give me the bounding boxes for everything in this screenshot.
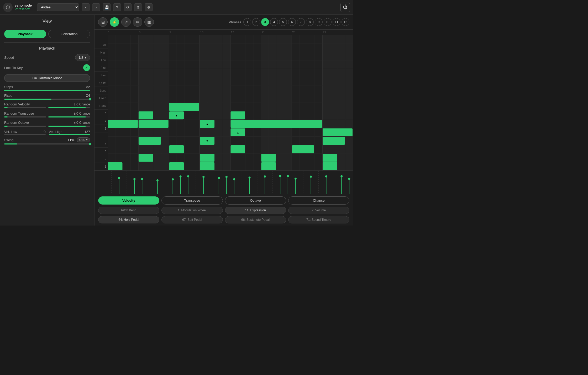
help-button[interactable]: ? (113, 3, 121, 11)
vel-low-value: 0 (38, 130, 46, 134)
rand-oct-label: Random Octave (4, 121, 73, 125)
phrase-btn-3[interactable]: 3 (261, 18, 269, 26)
sidebar-title: View (4, 19, 90, 24)
phrase-btn-8[interactable]: 8 (306, 18, 314, 26)
rand-oct-amount-slider[interactable] (4, 126, 46, 127)
row-label-6: 6 (94, 125, 108, 132)
velocity-bars-area[interactable] (94, 170, 353, 194)
fixed-thumb (89, 98, 91, 100)
row-label-4: 4 (94, 140, 108, 148)
phrase-btn-10[interactable]: 10 (324, 18, 332, 26)
phrase-btn-7[interactable]: 7 (297, 18, 305, 26)
lock-to-key-checkbox[interactable]: ✓ (83, 64, 90, 71)
tool-pen-button[interactable]: ✏ (133, 17, 142, 27)
next-preset-button[interactable]: › (92, 3, 100, 11)
rand-oct-chance-slider[interactable] (48, 126, 90, 127)
speed-label: Speed (4, 56, 73, 60)
tool-curve-button[interactable]: ↗ (121, 17, 131, 27)
rand-trans-group: Random Transpose ± 0 Chance (4, 111, 90, 117)
bottom-tab-transpose[interactable]: Transpose (161, 196, 223, 205)
preset-select[interactable]: Aydee (37, 3, 79, 11)
bottom-tab2-volume[interactable]: 7: Volume (288, 207, 349, 214)
speed-dropdown[interactable]: 1/8 ▾ (75, 54, 90, 61)
refresh-button[interactable]: ↺ (124, 3, 132, 11)
bottom-tab-velocity[interactable]: Velocity (98, 196, 159, 205)
rand-vel-amount-slider[interactable] (4, 107, 46, 108)
fixed-label: Fixed (4, 94, 82, 98)
bottom-tab2-timbre[interactable]: 71: Sound Timbre (288, 216, 349, 223)
key-select-button[interactable]: C# Harmonic Minor (4, 74, 90, 82)
vel-low-group: Vel. Low 0 (4, 130, 46, 135)
rand-trans-chance-label: Chance (79, 112, 90, 115)
tool-grid-button[interactable]: ⊞ (98, 17, 108, 27)
header: ⬡ venomode Phrasebox Aydee ‹ › 💾 ? ↺ ⬆ ⚙… (0, 0, 353, 15)
rand-vel-chance-slider[interactable] (48, 107, 90, 108)
swing-label: Swing (4, 138, 67, 142)
velocity-canvas[interactable] (94, 171, 353, 194)
bottom-tab2-softpedal[interactable]: 67: Soft Pedal (161, 216, 223, 223)
tool-lightning-button[interactable]: ⚡ (110, 17, 119, 27)
rand-trans-header: Random Transpose ± 0 Chance (4, 111, 90, 115)
row-label-8: 8 (94, 110, 108, 117)
phrase-btn-12[interactable]: 12 (342, 18, 349, 26)
prev-preset-button[interactable]: ‹ (82, 3, 90, 11)
rand-vel-pm: ± 6 (74, 103, 78, 106)
save-button[interactable]: 💾 (103, 3, 111, 11)
upload-button[interactable]: ⬆ (134, 3, 142, 11)
phrase-btn-9[interactable]: 9 (315, 18, 323, 26)
phrase-btn-5[interactable]: 5 (279, 18, 287, 26)
app-name: Phrasebox (15, 7, 32, 11)
grid-canvas-area[interactable] (108, 30, 353, 170)
fixed-fill (4, 99, 51, 100)
swing-fill (4, 143, 17, 144)
vel-high-header: Vel. High 127 (49, 130, 90, 134)
row-label-loud: Loud (94, 87, 108, 94)
rand-oct-header: Random Octave ± 0 Chance (4, 121, 90, 125)
row-label-7: 7 (94, 117, 108, 125)
vel-group: Vel. Low 0 Vel. High 127 (4, 130, 90, 135)
swing-speed-dropdown[interactable]: 1/16 ▾ (77, 137, 90, 142)
tool-piano-button[interactable]: ▦ (144, 17, 154, 27)
swing-header: Swing 11% 1/16 ▾ (4, 137, 90, 142)
bottom-tab-octave[interactable]: Octave (225, 196, 286, 205)
steps-header: Steps 32 (4, 85, 90, 89)
tab-playback[interactable]: Playback (4, 30, 46, 38)
vel-high-group: Vel. High 127 (49, 130, 90, 135)
swing-thumb (89, 143, 91, 145)
rand-trans-chance-slider[interactable] (48, 116, 90, 117)
fixed-slider[interactable] (4, 99, 90, 100)
steps-slider[interactable] (4, 90, 90, 91)
settings-button[interactable]: ⚙ (145, 3, 153, 11)
phrase-btn-4[interactable]: 4 (270, 18, 278, 26)
bottom-tab2-pitchbend[interactable]: Pitch Bend (98, 207, 159, 214)
rand-vel-header: Random Velocity ± 6 Chance (4, 102, 90, 106)
tab-generation[interactable]: Generation (48, 30, 90, 38)
rand-trans-amount-slider[interactable] (4, 116, 46, 117)
bottom-tab2-modwheel[interactable]: 1: Modulation Wheel (161, 207, 223, 214)
bottom-tab2-expression[interactable]: 11: Expression (225, 207, 286, 214)
swing-group: Swing 11% 1/16 ▾ (4, 137, 90, 144)
bottom-tab2-sustenuto[interactable]: 66: Sustenuto Pedal (225, 216, 286, 223)
bottom-tabs-row2: Pitch Bend 1: Modulation Wheel 11: Expre… (94, 207, 353, 216)
vel-high-label: Vel. High (49, 130, 82, 134)
lock-to-key-label: Lock To Key (4, 66, 81, 70)
vel-high-slider[interactable] (49, 134, 90, 135)
fixed-header: Fixed C4 (4, 94, 90, 98)
power-button[interactable]: ⏻ (340, 3, 350, 12)
bottom-tab-chance[interactable]: Chance (288, 196, 349, 205)
rand-oct-pm: ± 0 (74, 121, 78, 125)
row-labels-column: All High Low First Last Quiet Loud Fixed… (94, 30, 108, 170)
vel-low-slider[interactable] (4, 134, 46, 135)
phrase-btn-11[interactable]: 11 (333, 18, 340, 26)
row-label-low: Low (94, 56, 108, 64)
main-layout: View Playback Generation Playback Speed … (0, 15, 353, 226)
bottom-tab2-holdpedal[interactable]: 64: Hold Pedal (98, 216, 159, 223)
swing-slider[interactable] (4, 143, 90, 144)
rand-vel-chance-label: Chance (79, 103, 90, 106)
phrase-btn-2[interactable]: 2 (252, 18, 260, 26)
row-label-5: 5 (94, 132, 108, 140)
phrase-btn-6[interactable]: 6 (288, 18, 296, 26)
piano-roll-grid[interactable] (108, 30, 353, 170)
phrase-btn-1[interactable]: 1 (243, 18, 251, 26)
steps-fill (4, 90, 90, 91)
